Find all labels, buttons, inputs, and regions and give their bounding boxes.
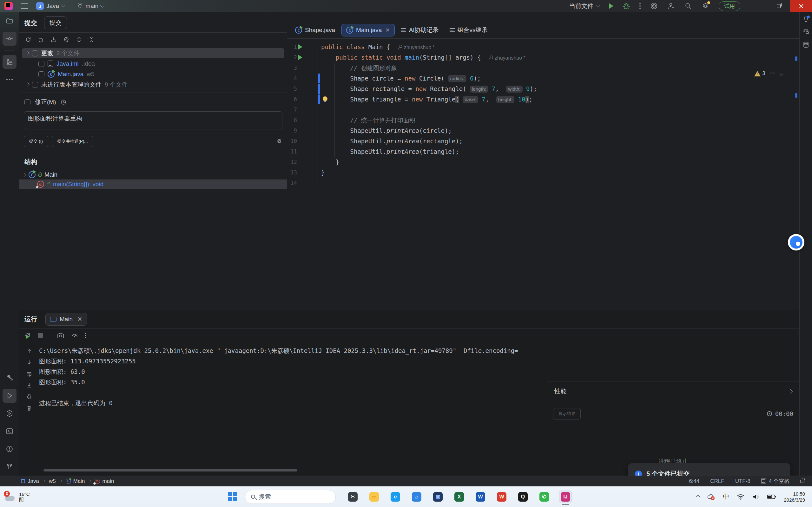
run-gutter-icon[interactable] xyxy=(298,55,302,60)
gutter[interactable]: 8 xyxy=(288,115,318,125)
more-tools-button[interactable] xyxy=(3,73,16,87)
ai-chat-button[interactable] xyxy=(801,26,811,38)
structure-class-row[interactable]: C Main xyxy=(19,170,287,179)
file-checkbox[interactable] xyxy=(38,71,44,77)
close-icon[interactable]: ✕ xyxy=(385,27,390,34)
tray-overflow-chevron[interactable] xyxy=(696,495,700,499)
expand-all-icon[interactable] xyxy=(76,37,82,43)
add-user-button[interactable] xyxy=(667,2,675,10)
search-button[interactable] xyxy=(684,2,692,10)
code-line[interactable]: 10 ShapeUtil.printArea(rectangle); xyxy=(288,136,799,147)
taskbar-app-excel[interactable]: X xyxy=(453,491,465,503)
branch-selector[interactable]: main xyxy=(77,3,104,9)
run-config-selector[interactable]: 当前文件 xyxy=(569,2,599,10)
ai-assistant-button[interactable] xyxy=(650,2,658,10)
console-output[interactable]: C:\Users\朱彦硕\.jdks\openjdk-25.0.2\bin\ja… xyxy=(39,346,547,408)
commit-message-input[interactable]: 图形面积计算器重构 xyxy=(24,111,283,129)
next-problem-icon[interactable] xyxy=(779,72,783,76)
shelve-icon[interactable] xyxy=(50,37,57,43)
window-restore-button[interactable] xyxy=(768,0,790,12)
code-area[interactable]: 1public class Main { zhuyanshuo *2 publi… xyxy=(288,39,799,188)
database-button[interactable] xyxy=(801,39,811,50)
gutter[interactable]: 5 xyxy=(288,84,318,94)
refresh-icon[interactable] xyxy=(25,37,32,43)
taskbar-app-qq[interactable]: Q xyxy=(517,491,529,503)
gutter[interactable]: 4 xyxy=(288,73,318,84)
soft-wrap-icon[interactable] xyxy=(26,371,32,377)
taskbar-app-wps[interactable]: W xyxy=(495,491,508,503)
more-options-button[interactable] xyxy=(85,333,86,338)
taskbar-app-file-explorer[interactable]: ▭ xyxy=(368,491,380,503)
collapse-all-icon[interactable] xyxy=(89,37,95,43)
breadcrumb-item-w5[interactable]: w5 xyxy=(49,478,56,485)
main-menu-icon[interactable] xyxy=(21,3,28,9)
commit-options-gear-icon[interactable] xyxy=(276,138,283,145)
changed-file-row[interactable]: CMain.javaw5 xyxy=(34,69,284,79)
tool-commit-button[interactable] xyxy=(3,32,16,46)
amend-checkbox[interactable] xyxy=(24,99,31,105)
down-stack-trace-icon[interactable] xyxy=(26,359,32,365)
code-line[interactable]: 11 ShapeUtil.printArea(triangle); xyxy=(288,147,799,157)
debug-button[interactable] xyxy=(623,3,630,9)
code-line[interactable]: 1public class Main { zhuyanshuo * xyxy=(288,42,799,52)
commit-button[interactable]: 提交 (I) xyxy=(24,136,48,147)
breadcrumb-item-main[interactable]: CMain xyxy=(66,478,85,485)
rollback-icon[interactable] xyxy=(38,37,44,43)
file-checkbox[interactable] xyxy=(38,61,44,67)
more-actions-button[interactable] xyxy=(640,3,641,9)
gutter[interactable]: 13 xyxy=(288,167,318,178)
editor-tab---vs--[interactable]: 组合vs继承 xyxy=(445,24,492,37)
gutter[interactable]: 11 xyxy=(288,147,318,157)
tool-run-button[interactable] xyxy=(3,389,16,403)
tool-structure-button[interactable] xyxy=(3,55,16,69)
caret-position[interactable]: 6:44 xyxy=(689,478,699,485)
floating-assistant-button[interactable] xyxy=(788,234,804,250)
line-separator[interactable]: CRLF xyxy=(710,478,724,485)
tool-terminal-button[interactable] xyxy=(3,424,16,438)
unversioned-group-row[interactable]: 未进行版本管理的文件 9 个文件 xyxy=(22,79,284,90)
tool-services-button[interactable] xyxy=(3,406,16,420)
editor-tab-shape-java[interactable]: CShape.java xyxy=(291,24,340,37)
taskbar-app-word[interactable]: W xyxy=(474,491,487,503)
profiler-gauge-icon[interactable] xyxy=(71,332,78,339)
ime-indicator[interactable]: 中 xyxy=(723,493,729,501)
battery-icon[interactable] xyxy=(767,494,776,500)
changes-group-row[interactable]: 更改 2 个文件 xyxy=(22,48,284,58)
code-line[interactable]: 2 public static void main(String[] args)… xyxy=(288,52,799,63)
taskbar-clock[interactable]: 10:50 2026/3/29 xyxy=(784,491,805,503)
taskbar-search[interactable]: 搜索 xyxy=(245,490,336,504)
editor-tab-ai----[interactable]: AI协助记录 xyxy=(397,24,443,37)
code-line[interactable]: 4 Shape circle = new Circle( radius: 6); xyxy=(288,73,799,84)
settings-button[interactable] xyxy=(702,2,709,10)
onedrive-icon[interactable] xyxy=(707,493,715,500)
code-line[interactable]: 13} xyxy=(288,167,799,178)
window-minimize-button[interactable] xyxy=(745,0,768,12)
structure-method-row[interactable]: m main(String[]): void xyxy=(19,179,287,189)
breadcrumb-item-main[interactable]: mmain xyxy=(95,478,114,485)
notifications-button[interactable] xyxy=(801,14,811,25)
tool-project-button[interactable] xyxy=(3,14,16,28)
gutter[interactable]: 2 xyxy=(288,52,318,63)
taskbar-app-snip-tool[interactable]: ✂ xyxy=(347,491,359,503)
run-button[interactable] xyxy=(609,3,613,9)
taskbar-app-microsoft-store[interactable]: ⌂ xyxy=(410,491,423,503)
file-encoding[interactable]: UTF-8 xyxy=(735,478,751,485)
tool-build-button[interactable] xyxy=(3,371,16,385)
stop-button[interactable] xyxy=(38,333,43,338)
gutter[interactable]: 10 xyxy=(288,136,318,147)
code-line[interactable]: 8 // 统一计算并打印面积 xyxy=(288,115,799,125)
start-button[interactable] xyxy=(228,492,237,502)
indent-setting[interactable]: 4 个空格 xyxy=(761,477,790,485)
clear-console-trash-icon[interactable] xyxy=(26,405,32,411)
gutter[interactable]: 14 xyxy=(288,178,318,188)
code-line[interactable]: 3 // 创建图形对象 xyxy=(288,63,799,73)
code-line[interactable]: 12 } xyxy=(288,157,799,167)
wifi-icon[interactable] xyxy=(737,494,745,500)
gutter[interactable]: 1 xyxy=(288,42,318,52)
breadcrumb-item-java[interactable]: Java xyxy=(21,478,39,485)
rerun-button[interactable] xyxy=(24,332,31,339)
close-icon[interactable]: ✕ xyxy=(77,316,82,323)
taskbar-app-edge[interactable]: e xyxy=(389,491,402,503)
volume-icon[interactable] xyxy=(752,494,760,500)
chevron-expanded-icon[interactable] xyxy=(26,51,29,55)
